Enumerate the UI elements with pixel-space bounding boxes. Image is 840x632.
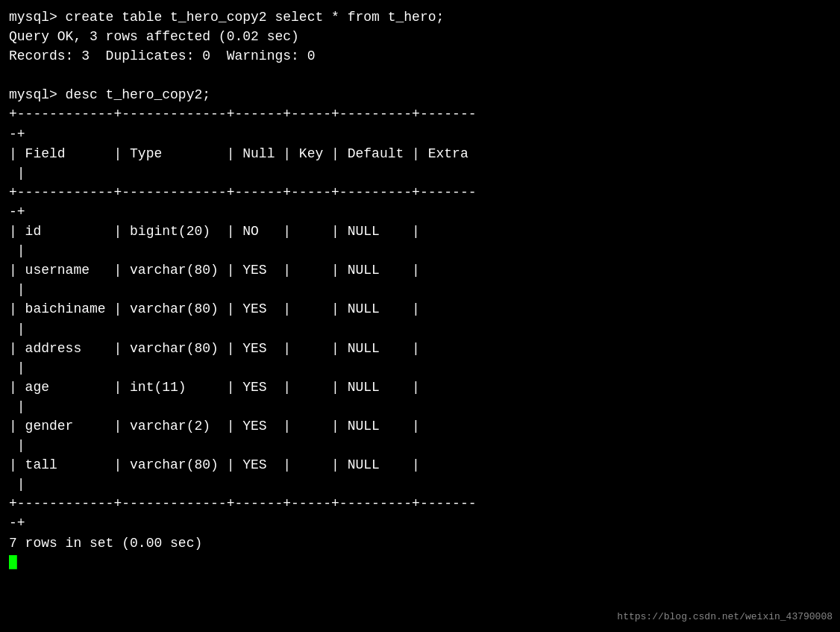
line-11: -+ xyxy=(9,202,831,222)
line-5: mysql> desc t_hero_copy2; xyxy=(9,85,831,104)
line-19: | xyxy=(9,358,831,378)
line-12: | id | bigint(20) | NO | | NULL | xyxy=(9,222,831,241)
line-28: 7 rows in set (0.00 sec) xyxy=(9,534,831,553)
line-17: | xyxy=(9,319,831,339)
line-18: | address | varchar(80) | YES | | NULL | xyxy=(9,339,831,358)
line-1: mysql> create table t_hero_copy2 select … xyxy=(9,7,831,27)
line-27: -+ xyxy=(9,513,831,533)
line-7: -+ xyxy=(9,125,831,144)
line-10: +------------+-------------+------+-----… xyxy=(9,183,831,202)
line-24: | tall | varchar(80) | YES | | NULL | xyxy=(9,455,831,475)
line-21: | xyxy=(9,397,831,416)
line-26: +------------+-------------+------+-----… xyxy=(9,494,831,513)
line-25: | xyxy=(9,475,831,494)
line-16: | baichiname | varchar(80) | YES | | NUL… xyxy=(9,299,831,319)
line-3: Records: 3 Duplicates: 0 Warnings: 0 xyxy=(9,46,831,66)
line-20: | age | int(11) | YES | | NULL | xyxy=(9,378,831,397)
line-22: | gender | varchar(2) | YES | | NULL | xyxy=(9,416,831,436)
watermark: https://blog.csdn.net/weixin_43790008 xyxy=(617,610,833,625)
line-15: | xyxy=(9,280,831,299)
cursor-line: █ xyxy=(9,553,831,572)
line-23: | xyxy=(9,436,831,455)
line-13: | xyxy=(9,241,831,260)
line-14: | username | varchar(80) | YES | | NULL … xyxy=(9,260,831,280)
line-4 xyxy=(9,66,831,85)
line-9: | xyxy=(9,163,831,183)
line-8: | Field | Type | Null | Key | Default | … xyxy=(9,144,831,163)
line-6: +------------+-------------+------+-----… xyxy=(9,104,831,124)
line-2: Query OK, 3 rows affected (0.02 sec) xyxy=(9,27,831,46)
terminal-window: mysql> create table t_hero_copy2 select … xyxy=(0,0,840,632)
